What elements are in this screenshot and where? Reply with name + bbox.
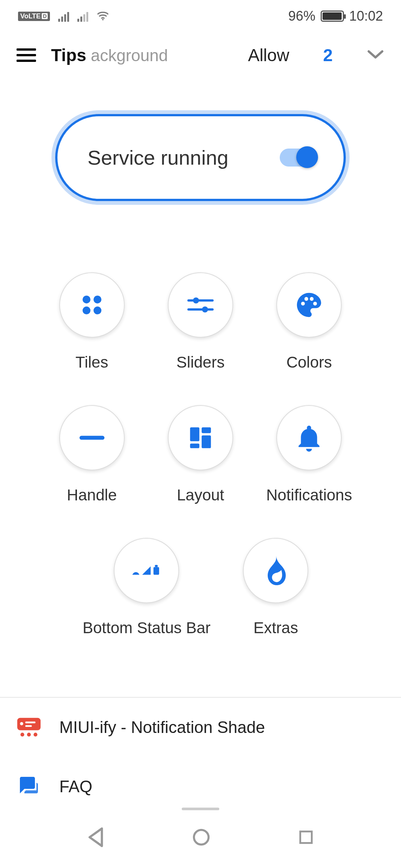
svg-point-25: [27, 733, 31, 736]
grid-item-sliders[interactable]: Sliders: [146, 272, 255, 371]
status-bar-icon: [114, 538, 179, 603]
battery-percent: 96%: [288, 8, 315, 24]
list-label: MIUI-ify - Notification Shade: [59, 718, 265, 737]
signal-icon: [58, 11, 69, 22]
svg-point-28: [194, 830, 209, 845]
sliders-icon: [168, 272, 233, 338]
battery-icon: [321, 11, 344, 22]
volte-d: D: [42, 13, 48, 19]
grid-label: Sliders: [176, 353, 225, 371]
status-right: 96% 10:02: [288, 8, 383, 24]
status-bar: VoLTE D 96% 10:02: [0, 0, 401, 28]
svg-point-8: [202, 306, 208, 312]
svg-rect-15: [202, 427, 211, 433]
nav-home-icon[interactable]: [191, 827, 211, 848]
grid-label: Colors: [286, 353, 332, 371]
settings-grid-row2: Bottom Status Bar Extras: [0, 504, 401, 637]
volte-text: VoLTE: [20, 12, 41, 20]
navigation-bar: [0, 827, 401, 849]
svg-marker-27: [90, 829, 102, 846]
grid-label: Tiles: [75, 353, 108, 371]
palette-icon: [276, 272, 342, 338]
nav-back-icon[interactable]: [86, 827, 105, 849]
svg-rect-18: [154, 567, 159, 575]
clock: 10:02: [349, 8, 383, 24]
tiles-icon: [59, 272, 125, 338]
svg-point-1: [83, 296, 90, 303]
grid-item-bottom-status-bar[interactable]: Bottom Status Bar: [83, 538, 211, 637]
grid-label: Bottom Status Bar: [83, 619, 211, 637]
svg-point-24: [20, 733, 24, 736]
grid-item-notifications[interactable]: Notifications: [255, 405, 363, 504]
toggle-switch[interactable]: [280, 149, 317, 167]
svg-point-9: [301, 302, 305, 305]
svg-point-11: [310, 297, 314, 301]
chevron-down-icon[interactable]: [366, 49, 384, 62]
app-header: Tips ackground Allow 2: [0, 28, 401, 80]
svg-point-10: [305, 297, 308, 301]
list-label: FAQ: [59, 777, 92, 796]
svg-point-3: [83, 306, 90, 314]
grid-item-colors[interactable]: Colors: [255, 272, 363, 371]
grid-item-layout[interactable]: Layout: [146, 405, 255, 504]
gesture-handle: [182, 808, 219, 810]
allow-count[interactable]: 2: [323, 45, 333, 65]
svg-rect-17: [190, 443, 199, 448]
signal-icon-2: [77, 11, 88, 22]
chat-icon: [17, 777, 41, 796]
svg-point-26: [33, 733, 37, 736]
nav-recents-icon[interactable]: [297, 829, 315, 847]
miui-card-icon: [17, 718, 41, 737]
menu-icon[interactable]: [17, 46, 36, 64]
grid-label: Layout: [177, 486, 224, 504]
grid-item-extras[interactable]: Extras: [233, 538, 318, 637]
grid-label: Extras: [253, 619, 298, 637]
svg-rect-14: [190, 427, 199, 441]
title-area: Tips ackground: [51, 45, 233, 65]
svg-rect-23: [25, 725, 32, 727]
service-toggle[interactable]: Service running: [55, 114, 346, 201]
list-item-miui[interactable]: MIUI-ify - Notification Shade: [0, 698, 401, 757]
handle-icon: [59, 405, 125, 470]
svg-rect-29: [300, 832, 312, 843]
svg-point-4: [93, 306, 101, 314]
grid-label: Handle: [67, 486, 117, 504]
svg-point-0: [102, 19, 104, 20]
layout-icon: [168, 405, 233, 470]
page-subtitle-fragment: ackground: [91, 46, 168, 65]
allow-label[interactable]: Allow: [248, 45, 289, 65]
bell-icon: [276, 405, 342, 470]
flame-icon: [243, 538, 308, 603]
settings-grid: Tiles Sliders Colors: [0, 201, 401, 504]
svg-point-21: [20, 722, 23, 725]
volte-icon: VoLTE D: [18, 12, 50, 21]
svg-rect-16: [202, 436, 211, 448]
grid-label: Notifications: [266, 486, 352, 504]
svg-point-12: [313, 302, 317, 305]
page-title: Tips: [51, 45, 86, 65]
svg-rect-19: [155, 565, 158, 567]
wifi-icon: [96, 9, 109, 24]
svg-point-6: [193, 297, 199, 303]
status-left: VoLTE D: [18, 9, 109, 24]
svg-rect-22: [25, 721, 35, 723]
grid-item-tiles[interactable]: Tiles: [38, 272, 146, 371]
service-label: Service running: [87, 146, 228, 169]
svg-point-2: [93, 296, 101, 303]
grid-item-handle[interactable]: Handle: [38, 405, 146, 504]
